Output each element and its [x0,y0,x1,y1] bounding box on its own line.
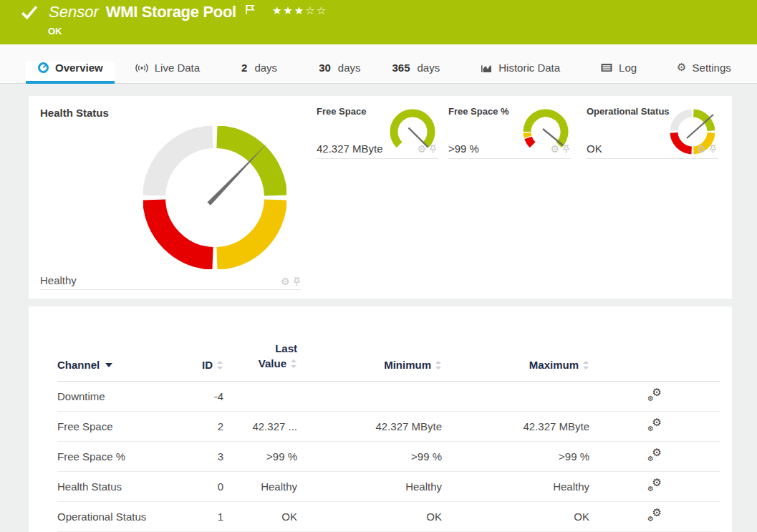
object-type-label: Sensor [49,3,99,21]
mini-gauge-title: Operational Status [587,106,670,117]
table-row: Health Status 0 Healthy Healthy Healthy … [57,471,720,501]
channel-settings-gears-icon[interactable]: ⚙⚙ [647,418,662,432]
tab-settings[interactable]: ⚙ Settings [665,61,743,83]
column-header-last-value[interactable]: Last Value [223,306,297,381]
gauge-settings-gear-icon[interactable]: ⚙ [281,276,290,286]
channel-last-value: OK [223,501,297,531]
channel-minimum: >99 % [297,441,442,471]
channel-minimum: 42.327 MByte [297,411,442,441]
table-header-row: Channel ID Last Value Minimum Maximum [57,306,720,381]
channel-id: 1 [193,501,223,531]
channel-settings-gears-icon[interactable]: ⚙⚙ [647,448,662,463]
column-header-channel[interactable]: Channel [57,306,193,381]
health-status-title: Health Status [40,107,109,119]
channel-settings-gears-icon[interactable]: ⚙⚙ [647,508,662,523]
gauge-settings-gear-icon[interactable]: ⚙ [550,144,559,154]
channel-maximum [442,381,589,411]
column-header-minimum[interactable]: Minimum [297,306,442,381]
table-row: Free Space % 3 >99 % >99 % >99 % ⚙⚙ [57,441,720,471]
channels-panel: Channel ID Last Value Minimum Maximum Do… [29,306,732,532]
sensor-header: Sensor WMI Storage Pool ★★★☆☆ OK [0,0,757,44]
priority-flag-icon[interactable] [245,4,255,15]
health-status-value: Healthy [40,274,77,286]
mini-gauge-actions: ⚙ [697,144,717,154]
tab-2-days[interactable]: 2 days [230,62,289,83]
channel-maximum: Healthy [442,471,589,501]
channel-minimum: Healthy [297,471,442,501]
overview-gauges-panel: Health Status Healthy ⚙ Free Space 42.32… [29,96,732,299]
area-chart-icon [480,62,493,74]
channels-table: Channel ID Last Value Minimum Maximum Do… [57,306,720,532]
health-status-gauge [143,126,286,269]
tab-overview[interactable]: Overview [26,62,115,83]
tab-30-days[interactable]: 30 days [307,62,372,83]
table-row: Operational Status 1 OK OK OK ⚙⚙ [57,501,720,531]
channel-name: Free Space % [57,441,193,471]
channel-name: Downtime [57,381,193,411]
priority-stars[interactable]: ★★★☆☆ [272,4,327,17]
channel-settings-gears-icon[interactable]: ⚙⚙ [647,388,662,402]
channel-last-value: >99 % [223,441,297,471]
channel-id: 0 [193,471,223,501]
table-row: Free Space 2 42.327 ... 42.327 MByte 42.… [57,411,720,441]
column-header-actions [589,306,720,381]
log-icon [600,62,613,73]
channel-name: Health Status [57,471,193,501]
mini-gauge-free-space-pct: Free Space % >99 % ⚙ [448,102,572,159]
sort-icon [583,361,589,369]
channel-maximum: 42.327 MByte [442,411,589,441]
tab-log[interactable]: Log [589,62,648,83]
sensor-title-row: Sensor WMI Storage Pool ★★★☆☆ [20,3,327,21]
tab-365-days[interactable]: 365 days [381,62,452,83]
mini-gauge-actions: ⚙ [417,144,437,154]
channel-name: Operational Status [57,501,193,531]
channel-name: Free Space [57,411,193,441]
mini-gauge-value: 42.327 MByte [317,142,383,155]
sensor-status-badge: OK [48,26,62,37]
table-row: Downtime -4 ⚙⚙ [57,381,720,411]
channel-id: -4 [193,381,223,411]
mini-gauge-value: OK [587,142,602,155]
column-header-id[interactable]: ID [193,306,223,381]
gear-icon: ⚙ [677,61,686,74]
sort-icon [291,359,297,368]
channel-minimum: OK [297,501,442,531]
broadcast-icon [135,62,149,74]
column-header-maximum[interactable]: Maximum [442,306,589,381]
mini-gauge-value: >99 % [448,142,479,155]
channel-settings-gears-icon[interactable]: ⚙⚙ [647,478,662,493]
tab-historic-data[interactable]: Historic Data [468,62,572,83]
tab-bar: Overview Live Data 2 days 30 days 365 da… [0,44,757,84]
channel-minimum [297,381,442,411]
channel-maximum: >99 % [442,441,589,471]
channel-last-value [223,381,297,411]
mini-gauge-free-space: Free Space 42.327 MByte ⚙ [317,102,438,159]
tabs: Overview Live Data 2 days 30 days 365 da… [0,44,757,83]
channel-last-value: Healthy [223,471,297,501]
gauge-settings-gear-icon[interactable]: ⚙ [417,144,426,154]
pin-icon[interactable] [293,277,301,286]
status-check-icon [20,3,39,21]
pin-icon[interactable] [429,145,437,154]
mini-gauge-title: Free Space [317,106,366,117]
pin-icon[interactable] [562,145,570,154]
mini-gauge-operational-status: Operational Status OK ⚙ [587,102,718,159]
pin-icon[interactable] [709,145,717,154]
channel-maximum: OK [442,501,589,531]
sort-icon [435,361,442,369]
sort-desc-icon [105,363,112,367]
mini-gauge-title: Free Space % [448,106,509,117]
channel-id: 3 [193,441,223,471]
gauge-settings-gear-icon[interactable]: ⚙ [697,144,706,154]
tab-live-data[interactable]: Live Data [123,62,211,83]
channel-id: 2 [193,411,223,441]
health-gauge-actions: ⚙ [281,276,301,286]
sensor-name: WMI Storage Pool [106,3,236,21]
divider [40,289,301,290]
channel-last-value: 42.327 ... [223,411,297,441]
sort-icon [217,361,223,369]
mini-gauge-actions: ⚙ [550,144,570,154]
sensor-page: Sensor WMI Storage Pool ★★★☆☆ OK Overvie… [0,0,757,532]
gauge-icon [37,62,49,74]
